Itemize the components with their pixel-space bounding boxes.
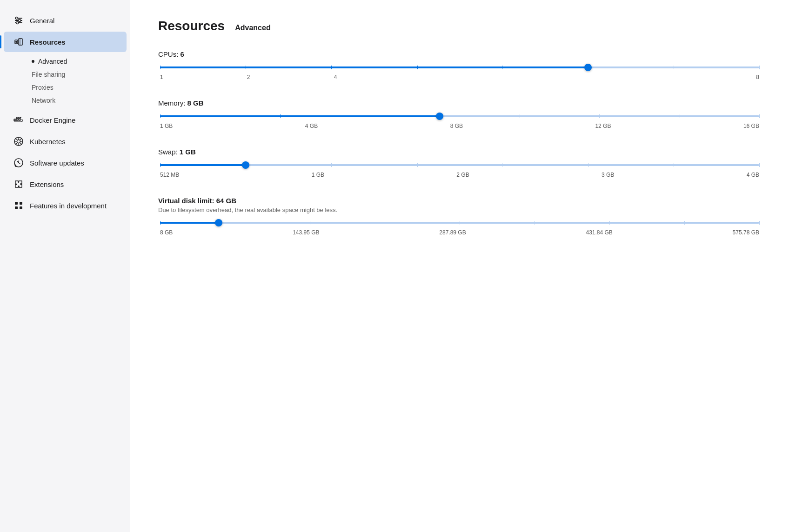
tick bbox=[759, 66, 760, 69]
svg-point-18 bbox=[17, 140, 20, 143]
clock-icon bbox=[13, 157, 24, 168]
svg-rect-11 bbox=[16, 119, 18, 120]
cpu-value: 6 bbox=[181, 50, 184, 58]
kubernetes-icon bbox=[13, 136, 24, 147]
disk-section: Virtual disk limit: 64 GB Due to filesys… bbox=[158, 197, 761, 236]
tick bbox=[331, 163, 332, 167]
tick bbox=[246, 66, 246, 69]
swap-slider-labels: 512 MB 1 GB 2 GB 3 GB 4 GB bbox=[160, 172, 759, 178]
memory-slider-track bbox=[160, 115, 759, 117]
cpu-label: CPUs: 6 bbox=[158, 50, 761, 58]
tick bbox=[759, 221, 760, 225]
svg-rect-12 bbox=[19, 119, 20, 120]
cpu-slider-thumb[interactable] bbox=[584, 64, 592, 71]
tick bbox=[680, 114, 680, 118]
tab-advanced[interactable]: Advanced bbox=[232, 23, 273, 33]
tick bbox=[310, 221, 310, 225]
tick bbox=[280, 114, 281, 118]
cpu-slider-labels: 1 2 4 8 bbox=[160, 74, 759, 80]
memory-slider-labels: 1 GB 4 GB 8 GB 12 GB 16 GB bbox=[160, 123, 759, 129]
cpu-slider-fill bbox=[160, 66, 585, 68]
disk-slider-labels: 8 GB 143.95 GB 287.89 GB 431.84 GB 575.7… bbox=[160, 229, 759, 236]
swap-label: Swap: 1 GB bbox=[158, 148, 761, 156]
tick bbox=[160, 163, 160, 167]
sidebar-sub-label-network: Network bbox=[32, 97, 55, 104]
tick bbox=[160, 114, 160, 118]
cpu-slider-track bbox=[160, 66, 759, 68]
puzzle-icon bbox=[13, 179, 24, 190]
tick bbox=[535, 221, 535, 225]
tick bbox=[160, 66, 160, 69]
swap-slider-fill bbox=[160, 164, 246, 166]
sidebar-sub-item-advanced[interactable]: Advanced bbox=[26, 55, 130, 68]
memory-label: Memory: 8 GB bbox=[158, 99, 761, 107]
cpu-slider-container[interactable]: 1 2 4 8 bbox=[158, 66, 761, 80]
sidebar-item-software-updates[interactable]: Software updates bbox=[4, 153, 127, 173]
sidebar-sub-item-proxies[interactable]: Proxies bbox=[26, 81, 130, 94]
sidebar-item-label-resources: Resources bbox=[30, 38, 66, 46]
sidebar-item-label-general: General bbox=[30, 17, 54, 25]
disk-slider-fill bbox=[160, 222, 219, 224]
svg-line-23 bbox=[15, 138, 18, 140]
memory-slider-section: Memory: 8 GB 1 GB 4 GB 8 GB 12 GB 16 GB bbox=[158, 99, 761, 129]
sidebar-item-label-docker-engine: Docker Engine bbox=[30, 116, 75, 124]
disk-slider-container[interactable]: 8 GB 143.95 GB 287.89 GB 431.84 GB 575.7… bbox=[158, 222, 761, 236]
sidebar-item-features-dev[interactable]: Features in development bbox=[4, 195, 127, 216]
sliders-icon bbox=[13, 15, 24, 26]
tick bbox=[759, 163, 760, 167]
sidebar-sub-item-network[interactable]: Network bbox=[26, 94, 130, 107]
memory-slider-container[interactable]: 1 GB 4 GB 8 GB 12 GB 16 GB bbox=[158, 115, 761, 129]
sidebar-item-label-extensions: Extensions bbox=[30, 180, 64, 188]
svg-line-26 bbox=[15, 143, 18, 145]
svg-point-5 bbox=[16, 22, 19, 24]
sidebar: General Resources Advanced File sharing … bbox=[0, 0, 130, 532]
swap-slider-track bbox=[160, 164, 759, 166]
disk-slider-track bbox=[160, 222, 759, 224]
docker-icon bbox=[13, 114, 24, 126]
tick bbox=[502, 66, 502, 69]
sidebar-item-kubernetes[interactable]: Kubernetes bbox=[4, 131, 127, 152]
memory-value: 8 GB bbox=[187, 99, 204, 107]
sidebar-item-resources[interactable]: Resources bbox=[4, 32, 127, 52]
active-dot bbox=[32, 60, 34, 63]
sidebar-sub-item-file-sharing[interactable]: File sharing bbox=[26, 68, 130, 81]
tick bbox=[609, 221, 610, 225]
svg-rect-28 bbox=[15, 202, 18, 205]
disk-slider-thumb[interactable] bbox=[215, 219, 222, 226]
svg-point-7 bbox=[15, 41, 17, 43]
tick bbox=[599, 114, 600, 118]
tick bbox=[417, 163, 418, 167]
disk-value: 64 GB bbox=[216, 197, 236, 205]
tick bbox=[331, 66, 332, 69]
swap-slider-container[interactable]: 512 MB 1 GB 2 GB 3 GB 4 GB bbox=[158, 164, 761, 178]
svg-line-25 bbox=[20, 138, 22, 140]
sidebar-sub-label-advanced: Advanced bbox=[38, 58, 67, 65]
tick bbox=[674, 163, 674, 167]
page-header: Resources Advanced bbox=[158, 19, 761, 33]
tick bbox=[460, 221, 460, 225]
resources-icon bbox=[13, 36, 24, 47]
sidebar-item-docker-engine[interactable]: Docker Engine bbox=[4, 110, 127, 130]
sidebar-item-general[interactable]: General bbox=[4, 10, 127, 31]
page-title: Resources bbox=[158, 19, 225, 33]
sidebar-sub-label-file-sharing: File sharing bbox=[32, 71, 65, 78]
tick bbox=[759, 114, 760, 118]
tick bbox=[417, 66, 418, 69]
sidebar-item-label-kubernetes: Kubernetes bbox=[30, 138, 66, 146]
main-content: Resources Advanced CPUs: 6 1 bbox=[130, 0, 789, 532]
memory-slider-thumb[interactable] bbox=[436, 113, 443, 120]
swap-value: 1 GB bbox=[180, 148, 196, 156]
sidebar-item-label-features-dev: Features in development bbox=[30, 202, 107, 210]
svg-rect-29 bbox=[20, 202, 22, 205]
svg-line-24 bbox=[20, 143, 22, 145]
svg-point-4 bbox=[19, 20, 21, 22]
tick bbox=[160, 221, 160, 225]
tick bbox=[684, 221, 685, 225]
disk-sublabel: Due to filesystem overhead, the real ava… bbox=[158, 206, 761, 213]
disk-label: Virtual disk limit: 64 GB bbox=[158, 197, 761, 205]
grid-icon bbox=[13, 200, 24, 211]
sidebar-item-extensions[interactable]: Extensions bbox=[4, 174, 127, 194]
tick bbox=[588, 163, 588, 167]
swap-slider-thumb[interactable] bbox=[242, 161, 249, 169]
svg-rect-30 bbox=[15, 206, 18, 209]
